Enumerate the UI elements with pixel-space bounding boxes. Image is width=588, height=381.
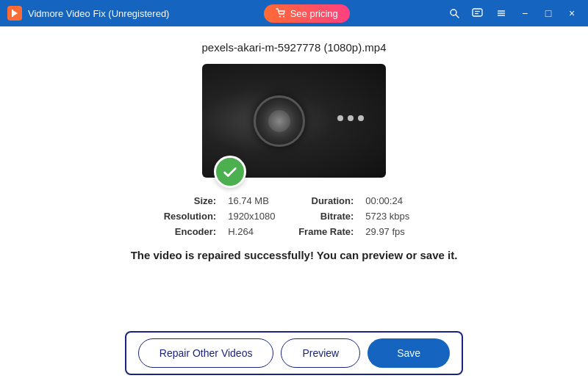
duration-label: Duration: (298, 195, 354, 206)
size-label: Size: (164, 195, 217, 206)
size-value: 16.74 MB (228, 195, 287, 206)
svg-point-4 (451, 10, 456, 15)
maximize-button[interactable]: □ (538, 3, 559, 23)
encoder-value: H.264 (228, 226, 287, 237)
main-content: pexels-akari-m-5927778 (1080p).mp4 Size:… (0, 26, 588, 325)
video-dots (337, 115, 364, 121)
preview-button[interactable]: Preview (281, 338, 360, 368)
save-label: Save (397, 347, 420, 359)
window-controls: − □ × (444, 3, 582, 23)
svg-rect-1 (12, 10, 13, 17)
chat-titlebar-icon[interactable] (467, 3, 488, 23)
app-logo (7, 6, 22, 21)
minimize-button[interactable]: − (514, 3, 535, 23)
search-titlebar-icon[interactable] (444, 3, 465, 23)
camera-lens-graphic (254, 95, 305, 147)
success-badge (214, 156, 246, 188)
action-buttons-container: Repair Other Videos Preview Save (125, 331, 463, 375)
pricing-label: See pricing (290, 8, 338, 19)
bitrate-value: 5723 kbps (365, 211, 424, 222)
video-filename: pexels-akari-m-5927778 (1080p).mp4 (202, 41, 387, 54)
pricing-button[interactable]: See pricing (264, 4, 350, 23)
svg-rect-6 (473, 9, 482, 16)
preview-label: Preview (302, 347, 339, 359)
bitrate-label: Bitrate: (298, 211, 354, 222)
action-bar: Repair Other Videos Preview Save (0, 325, 588, 381)
resolution-label: Resolution: (164, 211, 217, 222)
svg-line-5 (456, 15, 459, 18)
repair-other-button[interactable]: Repair Other Videos (138, 338, 274, 368)
title-bar: Vidmore Video Fix (Unregistered) See pri… (0, 0, 588, 26)
title-bar-left: Vidmore Video Fix (Unregistered) (7, 6, 169, 21)
app-title: Vidmore Video Fix (Unregistered) (28, 8, 169, 19)
menu-titlebar-icon[interactable] (491, 3, 512, 23)
svg-point-2 (279, 16, 281, 18)
framerate-value: 29.97 fps (365, 226, 424, 237)
duration-value: 00:00:24 (365, 195, 424, 206)
encoder-label: Encoder: (164, 226, 217, 237)
video-info-table: Size: 16.74 MB Duration: 00:00:24 Resolu… (164, 195, 425, 237)
checkmark-icon (222, 164, 238, 180)
framerate-label: Frame Rate: (298, 226, 354, 237)
resolution-value: 1920x1080 (228, 211, 287, 222)
save-button[interactable]: Save (368, 338, 450, 368)
repair-other-label: Repair Other Videos (159, 347, 253, 359)
title-bar-center: See pricing (264, 4, 350, 23)
svg-point-3 (283, 16, 284, 18)
cart-icon (276, 8, 286, 18)
success-message: The video is repaired successfully! You … (131, 249, 458, 261)
video-preview-container (202, 64, 386, 178)
close-button[interactable]: × (562, 3, 582, 23)
